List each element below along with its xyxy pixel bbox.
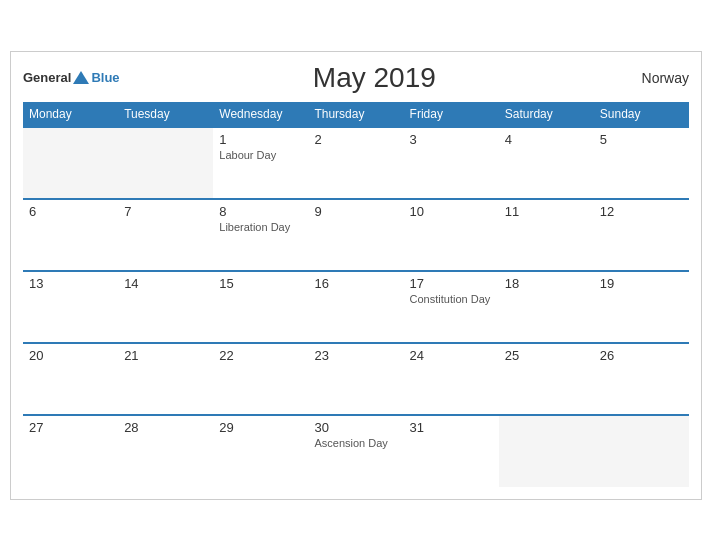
day-number: 29 xyxy=(219,420,302,435)
calendar-cell: 25 xyxy=(499,343,594,415)
day-number: 10 xyxy=(410,204,493,219)
calendar-cell: 29 xyxy=(213,415,308,487)
day-number: 4 xyxy=(505,132,588,147)
calendar-cell: 31 xyxy=(404,415,499,487)
day-number: 23 xyxy=(314,348,397,363)
calendar-cell: 13 xyxy=(23,271,118,343)
calendar-cell: 4 xyxy=(499,127,594,199)
day-number: 24 xyxy=(410,348,493,363)
day-number: 15 xyxy=(219,276,302,291)
calendar-cell: 15 xyxy=(213,271,308,343)
calendar-cell: 7 xyxy=(118,199,213,271)
day-number: 3 xyxy=(410,132,493,147)
holiday-name: Liberation Day xyxy=(219,221,302,233)
calendar-cell: 11 xyxy=(499,199,594,271)
calendar-cell: 24 xyxy=(404,343,499,415)
calendar-cell: 14 xyxy=(118,271,213,343)
calendar-cell: 17Constitution Day xyxy=(404,271,499,343)
calendar-cell: 30Ascension Day xyxy=(308,415,403,487)
day-number: 20 xyxy=(29,348,112,363)
calendar-cell: 16 xyxy=(308,271,403,343)
calendar-cell xyxy=(594,415,689,487)
week-row-2: 678Liberation Day9101112 xyxy=(23,199,689,271)
day-number: 26 xyxy=(600,348,683,363)
calendar-cell: 10 xyxy=(404,199,499,271)
calendar-table: MondayTuesdayWednesdayThursdayFridaySatu… xyxy=(23,102,689,487)
weekday-header-friday: Friday xyxy=(404,102,499,127)
calendar-container: General Blue May 2019 Norway MondayTuesd… xyxy=(10,51,702,500)
calendar-cell: 9 xyxy=(308,199,403,271)
calendar-cell: 3 xyxy=(404,127,499,199)
logo-blue-text: Blue xyxy=(91,70,119,85)
day-number: 6 xyxy=(29,204,112,219)
calendar-cell: 2 xyxy=(308,127,403,199)
weekday-header-thursday: Thursday xyxy=(308,102,403,127)
calendar-cell: 6 xyxy=(23,199,118,271)
day-number: 22 xyxy=(219,348,302,363)
day-number: 30 xyxy=(314,420,397,435)
calendar-cell xyxy=(23,127,118,199)
weekday-header-sunday: Sunday xyxy=(594,102,689,127)
month-title: May 2019 xyxy=(120,62,629,94)
weekday-header-saturday: Saturday xyxy=(499,102,594,127)
logo-general-text: General xyxy=(23,70,71,85)
day-number: 9 xyxy=(314,204,397,219)
calendar-cell: 18 xyxy=(499,271,594,343)
day-number: 31 xyxy=(410,420,493,435)
day-number: 11 xyxy=(505,204,588,219)
calendar-cell: 5 xyxy=(594,127,689,199)
calendar-cell: 12 xyxy=(594,199,689,271)
day-number: 5 xyxy=(600,132,683,147)
day-number: 12 xyxy=(600,204,683,219)
day-number: 2 xyxy=(314,132,397,147)
week-row-3: 1314151617Constitution Day1819 xyxy=(23,271,689,343)
holiday-name: Ascension Day xyxy=(314,437,397,449)
day-number: 17 xyxy=(410,276,493,291)
day-number: 7 xyxy=(124,204,207,219)
day-number: 25 xyxy=(505,348,588,363)
week-row-4: 20212223242526 xyxy=(23,343,689,415)
weekday-header-wednesday: Wednesday xyxy=(213,102,308,127)
holiday-name: Labour Day xyxy=(219,149,302,161)
holiday-name: Constitution Day xyxy=(410,293,493,305)
calendar-cell: 23 xyxy=(308,343,403,415)
weekday-header-row: MondayTuesdayWednesdayThursdayFridaySatu… xyxy=(23,102,689,127)
weekday-header-tuesday: Tuesday xyxy=(118,102,213,127)
day-number: 16 xyxy=(314,276,397,291)
day-number: 19 xyxy=(600,276,683,291)
calendar-cell: 22 xyxy=(213,343,308,415)
country-label: Norway xyxy=(629,70,689,86)
week-row-1: 1Labour Day2345 xyxy=(23,127,689,199)
calendar-cell: 21 xyxy=(118,343,213,415)
calendar-cell: 20 xyxy=(23,343,118,415)
calendar-cell: 1Labour Day xyxy=(213,127,308,199)
logo: General Blue xyxy=(23,70,120,85)
calendar-cell xyxy=(499,415,594,487)
day-number: 28 xyxy=(124,420,207,435)
day-number: 21 xyxy=(124,348,207,363)
week-row-5: 27282930Ascension Day31 xyxy=(23,415,689,487)
day-number: 8 xyxy=(219,204,302,219)
calendar-cell xyxy=(118,127,213,199)
calendar-cell: 8Liberation Day xyxy=(213,199,308,271)
day-number: 1 xyxy=(219,132,302,147)
calendar-cell: 28 xyxy=(118,415,213,487)
day-number: 27 xyxy=(29,420,112,435)
weekday-header-monday: Monday xyxy=(23,102,118,127)
day-number: 18 xyxy=(505,276,588,291)
day-number: 14 xyxy=(124,276,207,291)
calendar-cell: 27 xyxy=(23,415,118,487)
calendar-cell: 26 xyxy=(594,343,689,415)
logo-triangle-icon xyxy=(73,71,89,84)
calendar-header: General Blue May 2019 Norway xyxy=(23,62,689,94)
calendar-cell: 19 xyxy=(594,271,689,343)
day-number: 13 xyxy=(29,276,112,291)
